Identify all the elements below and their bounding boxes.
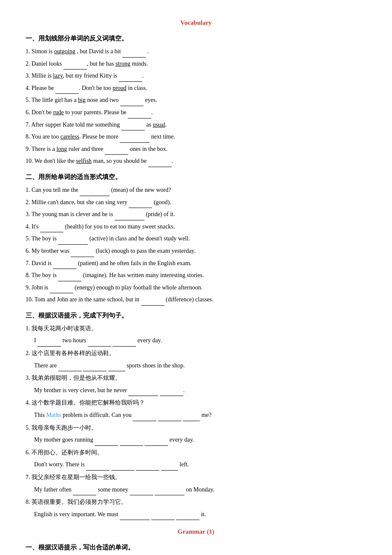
list-item: This Maths problem is difficult. Can you… [34,410,366,421]
vocab-title: Vocabulary [26,17,366,29]
list-item: 1. Simon is outgoing , but David is a bi… [26,46,366,58]
list-item: 4. It's (health) for you to eat too many… [26,221,366,233]
blank [95,439,118,446]
blank [160,389,183,396]
blank [58,364,82,371]
blank [141,299,164,306]
blank [148,160,172,167]
blank [120,513,150,520]
list-item: 4. 这个数学题目难。你能把它解释给我听吗？ [26,397,366,409]
underlined-word: selfish [76,158,92,164]
blank [151,513,175,520]
blank [121,124,145,130]
page-container: Vocabulary 一、用划线部分单词的反义词填空。 1. Simon is … [26,17,366,555]
list-item: 7. David is (patient) and he often fails… [26,258,366,269]
list-item: 8. You are too careless. Please be more … [26,131,366,143]
blank [120,439,143,446]
list-item: 6. 不用担心。还剩许多时间。 [26,447,366,459]
blank [129,201,152,208]
list-item: 7. After supper Kate told me something a… [26,119,366,131]
blank [108,364,125,371]
list-item: 5. The boy is (active) in class and he d… [26,233,366,245]
blank [120,136,150,143]
list-item: 10. We don't like the selfish man, so yo… [26,156,366,167]
blank [133,414,156,421]
blank [50,286,73,293]
underlined-word: big [78,97,86,103]
blank [155,489,184,495]
blank [58,275,81,281]
blank [40,225,63,232]
grammar-part1-heading: 一、根据汉语提示，写出合适的单词。 [26,542,366,553]
part3-heading: 三、根据汉语提示，完成下列句子。 [26,310,366,321]
grammar-title: Grammar (1) [26,526,366,538]
list-item: Don't worry. There is left. [34,459,366,471]
blank [115,214,144,220]
list-item: I two hours every day. [34,335,366,347]
list-item: English is very important. We must it. [34,509,366,520]
underlined-word: long [56,146,67,152]
part1-heading: 一、用划线部分单词的反义词填空。 [26,33,366,44]
blank [58,238,88,245]
underlined-word: strong [115,61,130,67]
part2-heading: 二、用所给单词的适当形式填空。 [26,171,366,183]
list-item: 10. Tom and John are in the same school,… [26,294,366,306]
underlined-word: usual [153,121,165,128]
blank [71,250,94,257]
blank [183,414,200,421]
blank [158,414,182,421]
list-item: 1. 我每天花两小时读英语。 [26,323,366,335]
blank [83,364,107,371]
list-item: 8. The boy is (imagine). He has written … [26,270,366,281]
list-item: 6. My brother was (luck) enough to pass … [26,246,366,257]
blank [112,340,136,347]
list-item: 7. 我父亲经常在星期一给我一些钱。 [26,472,366,483]
list-item: 2. Daniel looks , but he has strong mind… [26,58,366,70]
list-item: My father often some money on Monday. [34,484,366,496]
blank [80,189,110,196]
blank [128,112,151,119]
blank [120,99,144,106]
list-item: 9. John is (energy) enough to play footb… [26,282,366,294]
list-item: 6. Don't be rude to your parents. Please… [26,107,366,119]
list-item: 5. 我母亲每天跑步一小时。 [26,422,366,434]
underlined-word: outgoing [54,48,75,55]
blank [119,75,142,82]
blank [161,464,178,471]
blank [128,389,158,396]
maths-word: Maths [46,412,61,418]
underlined-word: lazy [53,72,63,79]
blank [88,340,111,347]
blank [86,464,110,471]
list-item: 3. Millie is lazy, but my friend Kitty i… [26,70,366,82]
list-item: My mother goes running every day. [34,434,366,446]
blank [144,439,168,446]
blank [63,63,87,69]
list-item: 2. Millie can't dance, but she can sing … [26,197,366,208]
list-item: There are sports shoes in the shop. [34,360,366,372]
list-item: 3. The young man is clever and he is (pr… [26,209,366,220]
blank [111,464,135,471]
blank [130,489,153,495]
underlined-word: rude [53,109,64,116]
blank [73,489,96,495]
blank [136,464,159,471]
list-item: 1. Can you tell me the (mean) of the new… [26,185,366,196]
list-item: 3. 我弟弟很聪明，但是他从不炫耀。 [26,373,366,384]
list-item: 9. There is a long ruler and three ones … [26,144,366,155]
blank [122,51,146,58]
list-item: 8. 英语很重要。我们必须努力学习它。 [26,497,366,508]
list-item: 2. 这个店里有各种各样的运动鞋。 [26,348,366,359]
blank [37,340,61,347]
underlined-word: proud [112,85,127,91]
list-item: My brother is very clever, but he never … [34,385,366,396]
blank [176,513,199,520]
underlined-word: careless [61,133,79,140]
list-item: 5. The little girl has a big nose and tw… [26,95,366,106]
list-item: 4. Please be . Don't be too proud in cla… [26,83,366,94]
blank [55,87,79,94]
blank [105,148,128,155]
blank [53,262,77,269]
